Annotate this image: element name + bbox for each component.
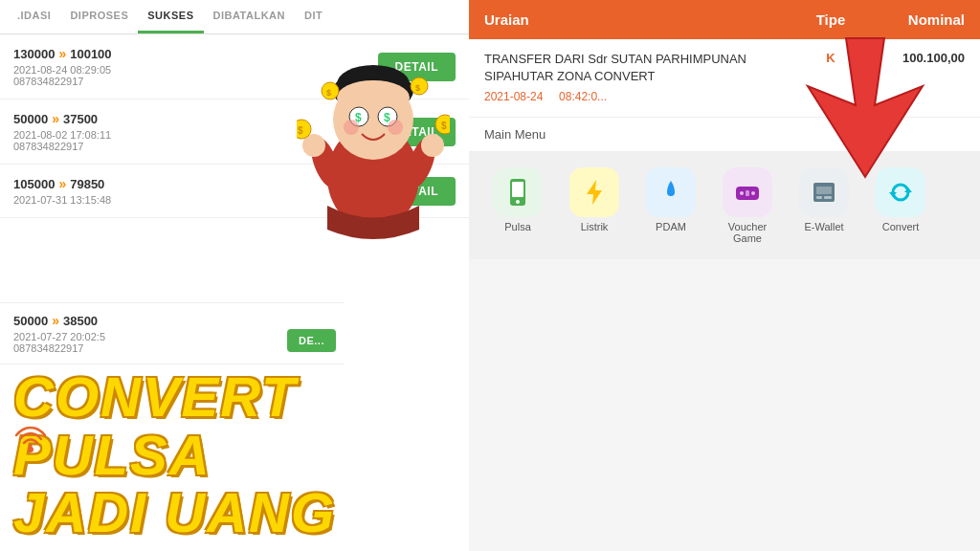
amount-from: 50000	[13, 112, 48, 126]
tab-bar: .IDASI DIPROSES SUKSES DIBATALKAN DIT	[0, 0, 469, 34]
list-item[interactable]: Voucher Game	[714, 167, 781, 244]
listrik-icon	[569, 167, 619, 217]
voucher-game-icon	[723, 167, 772, 217]
detail-button-partial[interactable]: DE...	[287, 329, 336, 352]
svg-point-10	[388, 120, 403, 135]
right-header: Uraian Tipe Nominal	[469, 0, 980, 39]
detail-description: TRANSFER DARI Sdr SUTAN PARHIMPUNAN SIPA…	[484, 51, 802, 105]
pdam-icon	[646, 167, 696, 217]
tab-sukses[interactable]: SUKSES	[138, 0, 203, 33]
svg-rect-31	[746, 190, 749, 196]
amount-to: 100100	[70, 47, 111, 61]
convert-icon	[876, 167, 925, 217]
amount-to: 38500	[63, 314, 98, 328]
list-item[interactable]: Pulsa	[484, 167, 551, 244]
amount-arrow: »	[58, 46, 66, 61]
pulsa-icon	[493, 167, 543, 217]
detail-row: TRANSFER DARI Sdr SUTAN PARHIMPUNAN SIPA…	[469, 39, 980, 118]
convert-label: Convert	[882, 221, 920, 232]
main-menu-row[interactable]: Main Menu	[469, 118, 980, 152]
amount-from: 50000	[13, 314, 48, 328]
big-text-line1: CONVERT PULSA	[13, 368, 456, 485]
header-nominal: Nominal	[859, 11, 965, 28]
svg-text:$: $	[326, 88, 331, 98]
svg-rect-34	[816, 196, 822, 199]
svg-point-4	[337, 80, 410, 115]
svg-point-14	[421, 134, 444, 157]
ewallet-icon	[799, 167, 849, 217]
big-text-area: CONVERT PULSA JADI UANG	[0, 360, 469, 551]
detail-desc-text: TRANSFER DARI Sdr SUTAN PARHIMPUNAN SIPA…	[484, 51, 802, 85]
amount-arrow: »	[58, 176, 66, 191]
icons-grid: Pulsa Listrik PDAM	[469, 152, 980, 259]
svg-rect-25	[512, 182, 523, 197]
pdam-label: PDAM	[656, 221, 686, 232]
amount-from: 130000	[13, 47, 55, 61]
detail-date-value: 2021-08-24	[484, 90, 543, 103]
svg-text:$: $	[441, 121, 447, 131]
tab-dit[interactable]: DIT	[295, 0, 332, 33]
tab-dibatalkan[interactable]: DIBATALKAN	[204, 0, 295, 33]
list-item[interactable]: Listrik	[561, 167, 628, 244]
detail-nominal: 100.100,00	[859, 51, 965, 65]
list-item[interactable]: Convert	[867, 167, 934, 244]
list-item[interactable]: E-Wallet	[791, 167, 858, 244]
tab-idasi[interactable]: .IDASI	[8, 0, 60, 33]
transaction-amount: 50000 » 38500	[13, 313, 331, 328]
transaction-phone: 087834822917	[13, 342, 331, 354]
ewallet-label: E-Wallet	[804, 221, 843, 232]
big-text-line2: JADI UANG	[13, 484, 456, 542]
amount-arrow: »	[52, 313, 59, 328]
header-uraian: Uraian	[484, 11, 802, 28]
amount-arrow: »	[52, 111, 59, 126]
voucher-game-label: Voucher Game	[714, 221, 781, 244]
svg-rect-35	[824, 196, 832, 199]
svg-text:$: $	[298, 125, 303, 136]
detail-row-content: TRANSFER DARI Sdr SUTAN PARHIMPUNAN SIPA…	[484, 51, 965, 105]
pulsa-label: Pulsa	[504, 221, 531, 232]
listrik-label: Listrik	[581, 221, 609, 232]
svg-point-29	[740, 191, 744, 195]
amount-to: 37500	[63, 112, 98, 126]
detail-time-value: 08:42:0...	[559, 90, 607, 103]
detail-type: K	[802, 51, 859, 65]
left-panel: .IDASI DIPROSES SUKSES DIBATALKAN DIT 13…	[0, 0, 469, 551]
svg-marker-27	[587, 180, 602, 205]
tab-diproses[interactable]: DIPROSES	[60, 0, 138, 33]
svg-point-26	[516, 200, 520, 204]
transaction-date: 2021-07-27 20:02:5	[13, 331, 331, 342]
mascot-illustration: $ $ $ $ $ $	[297, 38, 450, 239]
list-item[interactable]: PDAM	[637, 167, 704, 244]
wifi-icon	[13, 423, 48, 465]
svg-point-30	[751, 191, 755, 195]
amount-from: 105000	[13, 177, 55, 191]
right-panel: Uraian Tipe Nominal TRANSFER DARI Sdr SU…	[469, 0, 980, 551]
detail-button-4-partial: DE...	[287, 329, 336, 352]
svg-text:$: $	[415, 83, 420, 93]
svg-point-23	[28, 447, 33, 452]
svg-rect-33	[816, 187, 832, 194]
header-tipe: Tipe	[802, 11, 859, 28]
svg-point-9	[344, 120, 359, 135]
amount-to: 79850	[70, 177, 104, 191]
detail-date: 2021-08-24 08:42:0...	[484, 89, 802, 105]
